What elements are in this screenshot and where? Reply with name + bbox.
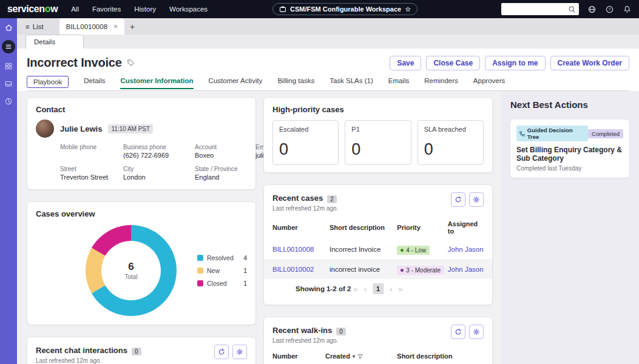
workspace-switcher[interactable]: CSM/FSM Configurable Workspace ☆	[272, 3, 418, 15]
field-street: StreetTreverton Street	[60, 166, 118, 181]
last-page-icon[interactable]: »	[398, 285, 402, 294]
assigned-to-link[interactable]: John Jason	[448, 246, 484, 253]
close-case-button[interactable]: Close Case	[426, 56, 480, 70]
next-best-actions-title: Next Best Actions	[510, 99, 629, 110]
tab-emails[interactable]: Emails	[388, 77, 410, 89]
nav-item-all[interactable]: All	[71, 5, 79, 13]
tab-billing-tasks[interactable]: Billing tasks	[277, 77, 314, 89]
tab-playbook[interactable]: Playbook	[27, 76, 69, 88]
tab-task-slas[interactable]: Task SLAs (1)	[330, 77, 373, 89]
gear-icon[interactable]	[469, 192, 484, 207]
nav-item-history[interactable]: History	[134, 5, 156, 13]
nav-item-favorites[interactable]: Favorites	[92, 5, 121, 13]
tab-record-bill0010008[interactable]: BILL0010008 ×	[59, 18, 124, 35]
case-number-link[interactable]: BILL0010008	[272, 246, 330, 253]
close-icon[interactable]: ×	[113, 22, 118, 31]
servicenow-logo[interactable]: servicenow	[7, 4, 58, 15]
high-priority-title: High-priority cases	[272, 105, 484, 114]
logo-text: servicen	[7, 4, 45, 14]
cases-donut: 6 Total	[86, 225, 177, 316]
legend-item-resolved[interactable]: Resolved4	[197, 254, 247, 261]
legend-item-closed[interactable]: Closed1	[197, 280, 247, 287]
legend-swatch	[197, 268, 203, 274]
col-assigned-to[interactable]: Assigned to	[448, 218, 484, 239]
col-priority[interactable]: Priority	[397, 221, 448, 235]
walkup-inbox-icon[interactable]	[4, 79, 13, 89]
next-page-icon[interactable]: ›	[390, 285, 392, 294]
cases-overview-title: Cases overview	[36, 209, 247, 218]
field-city: CityLondon	[123, 166, 190, 181]
record-header: Incorrect Invoice Save Close Case Assign…	[17, 49, 639, 91]
create-work-order-button[interactable]: Create Work Order	[550, 56, 629, 70]
tab-list-label: List	[33, 23, 44, 30]
tab-approvers[interactable]: Approvers	[473, 77, 505, 89]
field-business-phone: Business phone(626) 722-6969	[123, 144, 190, 159]
recent-walkins-card: Recent walk-ins0 Last refreshed 12m ago.	[263, 317, 493, 364]
list-rail-item[interactable]	[2, 40, 15, 53]
next-best-actions-panel: Next Best Actions Guided Decision Tree C…	[501, 91, 639, 364]
star-icon[interactable]: ☆	[405, 5, 411, 13]
tab-list[interactable]: ≡ List	[18, 18, 51, 35]
legend-swatch	[197, 280, 203, 286]
priority-badge: 4 - Low	[397, 246, 430, 255]
first-page-icon[interactable]: «	[353, 285, 357, 294]
decision-tree-icon	[519, 131, 525, 136]
analytics-icon[interactable]	[4, 96, 13, 106]
subtab-details[interactable]: Details	[25, 35, 84, 49]
priority-badge: 3 - Moderate	[397, 266, 444, 275]
contact-card-title: Contact	[36, 105, 247, 114]
recent-walkins-title: Recent walk-ins	[272, 326, 332, 335]
tag-icon[interactable]	[127, 59, 135, 67]
help-icon[interactable]: ?	[605, 5, 614, 14]
assigned-to-link[interactable]: John Jason	[448, 266, 484, 273]
top-nav: servicenow All Favorites History Workspa…	[0, 0, 639, 18]
current-page[interactable]: 1	[373, 283, 384, 294]
count-badge: 0	[132, 348, 141, 356]
cases-overview-card: Cases overview 6 Total Resolved4	[27, 201, 256, 325]
col-created[interactable]: Created▾	[325, 350, 397, 364]
gear-icon[interactable]	[232, 345, 247, 359]
last-refreshed-text: Last refreshed 12m ago.	[272, 337, 346, 344]
global-search-input[interactable]	[501, 3, 579, 15]
chevron-down-icon: ▾	[353, 354, 355, 359]
refresh-button[interactable]	[214, 345, 229, 359]
case-number-link[interactable]: BILL0010002	[272, 266, 330, 273]
save-button[interactable]: Save	[390, 56, 421, 70]
col-number[interactable]: Number	[272, 221, 330, 235]
filter-icon	[357, 354, 363, 359]
nav-item-workspaces[interactable]: Workspaces	[169, 5, 208, 13]
refresh-button[interactable]	[451, 325, 465, 339]
globe-icon[interactable]	[587, 5, 597, 14]
search-icon	[568, 5, 576, 13]
col-short-description[interactable]: Short description	[330, 221, 397, 235]
field-state-province: State / ProvinceEngland	[195, 166, 251, 181]
stat-escalated[interactable]: Escalated0	[272, 120, 339, 165]
count-badge: 0	[336, 328, 346, 335]
col-short-description[interactable]: Short description	[397, 350, 484, 364]
showing-count-text: Showing 1-2 of 2	[296, 285, 351, 292]
add-tab-button[interactable]: +	[124, 18, 140, 35]
col-number[interactable]: Number	[272, 350, 325, 364]
stat-sla-breached[interactable]: SLA breached0	[418, 120, 484, 165]
gear-icon[interactable]	[469, 325, 484, 339]
home-icon[interactable]	[4, 22, 13, 32]
servicenow-workspace: servicenow All Favorites History Workspa…	[0, 0, 639, 364]
workspace-tab-bar: ≡ List BILL0010008 × +	[17, 18, 639, 35]
recent-chat-interactions-card: Recent chat interactions0 Last refreshed…	[27, 337, 256, 364]
tab-reminders[interactable]: Reminders	[424, 77, 458, 89]
notifications-bell-icon[interactable]	[623, 5, 632, 14]
menu-icon: ≡	[25, 23, 30, 30]
assign-to-me-button[interactable]: Assign to me	[485, 56, 545, 70]
tab-customer-activity[interactable]: Customer Activity	[209, 77, 263, 89]
legend-item-new[interactable]: New1	[197, 267, 247, 274]
donut-total-label: Total	[124, 274, 137, 280]
action-title: Set Billing Enquiry Category & Sub Categ…	[516, 146, 623, 163]
tab-customer-information[interactable]: Customer Information	[120, 77, 193, 89]
previous-page-icon[interactable]: ‹	[364, 285, 367, 294]
next-best-action-card[interactable]: Guided Decision Tree Completed Set Billi…	[510, 120, 629, 178]
stat-p1[interactable]: P10	[345, 120, 411, 165]
case-short-description: Incorrect Invoice	[330, 246, 397, 253]
tab-details[interactable]: Details	[84, 77, 105, 89]
dashboard-grid-icon[interactable]	[4, 61, 13, 71]
refresh-button[interactable]	[451, 192, 465, 207]
